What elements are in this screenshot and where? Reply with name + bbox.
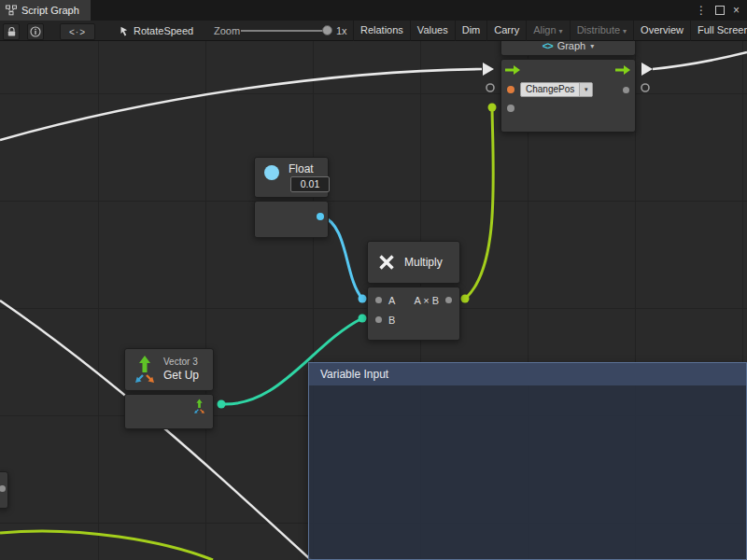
variable-input-group[interactable]: Variable Input bbox=[308, 362, 747, 560]
tab-script-graph[interactable]: Script Graph bbox=[0, 0, 91, 21]
input-port-b[interactable] bbox=[375, 316, 382, 323]
float-node[interactable]: Float 0.01 bbox=[254, 157, 329, 238]
float-type-icon bbox=[264, 165, 279, 180]
group-body bbox=[309, 385, 746, 559]
flow-port-row bbox=[501, 60, 635, 80]
chevron-down-icon: ▾ bbox=[623, 27, 627, 35]
graph-unit-node[interactable]: <> Graph ▾ ChangePos ▾ bbox=[500, 41, 636, 133]
value-port-gray[interactable] bbox=[623, 87, 629, 93]
changepos-dropdown-value: ChangePos bbox=[521, 83, 579, 96]
port-a-label: A bbox=[388, 295, 395, 306]
wire-multiply-to-graph[interactable] bbox=[465, 107, 493, 299]
wire-endpoint[interactable] bbox=[488, 104, 497, 112]
float-output-port[interactable] bbox=[317, 213, 324, 220]
port-row-b: B bbox=[368, 310, 459, 329]
graph-unit-header[interactable]: <> Graph ▾ bbox=[500, 41, 636, 56]
flow-arrowhead-right bbox=[641, 63, 653, 76]
multiply-node-header: Multiply bbox=[367, 241, 460, 284]
graph-canvas[interactable]: <> Graph ▾ ChangePos ▾ bbox=[0, 41, 747, 560]
float-node-body bbox=[254, 201, 329, 238]
changepos-port-row: ChangePos ▾ bbox=[501, 80, 635, 99]
tab-bar: Script Graph ⋮ × bbox=[0, 0, 747, 21]
graph-unit-icon: <> bbox=[543, 41, 553, 51]
maximize-icon[interactable] bbox=[715, 6, 725, 15]
vector3-node-header: Vector 3 Get Up bbox=[124, 348, 214, 391]
toolbar-buttons: Relations Values Dim Carry Align▾ Distri… bbox=[353, 21, 747, 41]
graph-unit-body: ChangePos ▾ bbox=[500, 59, 636, 133]
carry-button[interactable]: Carry bbox=[486, 21, 526, 41]
wire-endpoint[interactable] bbox=[218, 400, 226, 409]
graph-toolbar: <·> RotateSpeed Zoom 1x Relations Values… bbox=[0, 21, 747, 41]
align-button[interactable]: Align▾ bbox=[526, 21, 569, 41]
full-screen-button[interactable]: Full Screen bbox=[690, 21, 747, 41]
inspect-button[interactable] bbox=[27, 23, 44, 40]
multiply-node[interactable]: Multiply A A × B B bbox=[367, 241, 460, 341]
multiply-icon bbox=[377, 253, 396, 272]
port-b-label: B bbox=[388, 315, 395, 326]
wire-bottom-left[interactable] bbox=[0, 531, 213, 560]
connections-button[interactable]: <·> bbox=[60, 23, 95, 40]
value-port-gray[interactable] bbox=[507, 105, 514, 112]
vector3-getup-node[interactable]: Vector 3 Get Up bbox=[124, 348, 214, 429]
vector3-type-label: Vector 3 bbox=[163, 357, 199, 369]
angle-brackets-icon: <·> bbox=[69, 27, 86, 37]
changepos-dropdown[interactable]: ChangePos ▾ bbox=[520, 82, 593, 97]
wire-diagonal[interactable] bbox=[0, 301, 311, 560]
input-port-row bbox=[501, 99, 635, 118]
window-controls: ⋮ × bbox=[696, 0, 747, 21]
multiply-node-body: A A × B B bbox=[367, 287, 460, 341]
vector3-output-port[interactable] bbox=[192, 399, 206, 414]
wire-endpoint[interactable] bbox=[359, 295, 367, 303]
wire-endpoint[interactable] bbox=[359, 315, 367, 323]
lock-button[interactable] bbox=[3, 23, 20, 40]
zoom-slider-handle[interactable] bbox=[322, 25, 332, 35]
lock-icon bbox=[7, 26, 17, 37]
clipped-node[interactable] bbox=[0, 471, 8, 509]
multiply-node-title: Multiply bbox=[404, 256, 443, 269]
port-row-a: A A × B bbox=[368, 290, 459, 310]
graph-unit-title: Graph bbox=[557, 41, 586, 51]
zoom-label: Zoom bbox=[214, 21, 240, 41]
flow-in-arrow-icon[interactable] bbox=[505, 64, 521, 76]
wire-flow-out[interactable] bbox=[653, 52, 747, 69]
zoom-value: 1x bbox=[336, 21, 347, 41]
value-port-ring-right[interactable] bbox=[641, 84, 649, 91]
vector3-icon bbox=[133, 355, 157, 385]
value-port-orange[interactable] bbox=[507, 86, 514, 93]
values-button[interactable]: Values bbox=[410, 21, 455, 41]
overview-button[interactable]: Overview bbox=[633, 21, 690, 41]
flow-arrowhead-left bbox=[483, 63, 494, 76]
script-graph-icon bbox=[6, 5, 17, 16]
float-node-title: Float bbox=[289, 162, 314, 175]
dim-button[interactable]: Dim bbox=[455, 21, 487, 41]
float-value-field[interactable]: 0.01 bbox=[290, 176, 330, 192]
float-node-header: Float 0.01 bbox=[254, 157, 329, 198]
relations-button[interactable]: Relations bbox=[353, 21, 410, 41]
vector3-node-title: Get Up bbox=[163, 369, 199, 383]
tab-title: Script Graph bbox=[21, 5, 79, 16]
unit-cursor-icon bbox=[120, 26, 129, 36]
info-icon bbox=[30, 26, 41, 37]
port-out-label: A × B bbox=[414, 295, 439, 306]
close-icon[interactable]: × bbox=[733, 4, 740, 17]
chevron-down-icon: ▾ bbox=[590, 42, 594, 50]
chevron-down-icon: ▾ bbox=[559, 27, 563, 35]
graph-name: RotateSpeed bbox=[134, 25, 193, 36]
chevron-down-icon: ▾ bbox=[579, 83, 592, 96]
vector3-node-body bbox=[124, 394, 214, 429]
input-port-a[interactable] bbox=[375, 297, 382, 303]
output-port[interactable] bbox=[445, 297, 452, 303]
value-port-ring-left[interactable] bbox=[486, 84, 494, 91]
value-port-gray[interactable] bbox=[0, 485, 6, 492]
kebab-menu-icon[interactable]: ⋮ bbox=[696, 4, 707, 17]
distribute-button[interactable]: Distribute▾ bbox=[570, 21, 633, 41]
graph-breadcrumb[interactable]: RotateSpeed bbox=[120, 21, 193, 41]
group-title-bar[interactable]: Variable Input bbox=[309, 363, 746, 385]
wire-flow-in[interactable] bbox=[0, 69, 482, 140]
flow-out-arrow-icon[interactable] bbox=[615, 64, 631, 76]
unity-script-graph-window: Script Graph ⋮ × <·> bbox=[0, 0, 747, 560]
zoom-slider-track[interactable] bbox=[241, 30, 329, 32]
wire-endpoint[interactable] bbox=[461, 295, 470, 303]
